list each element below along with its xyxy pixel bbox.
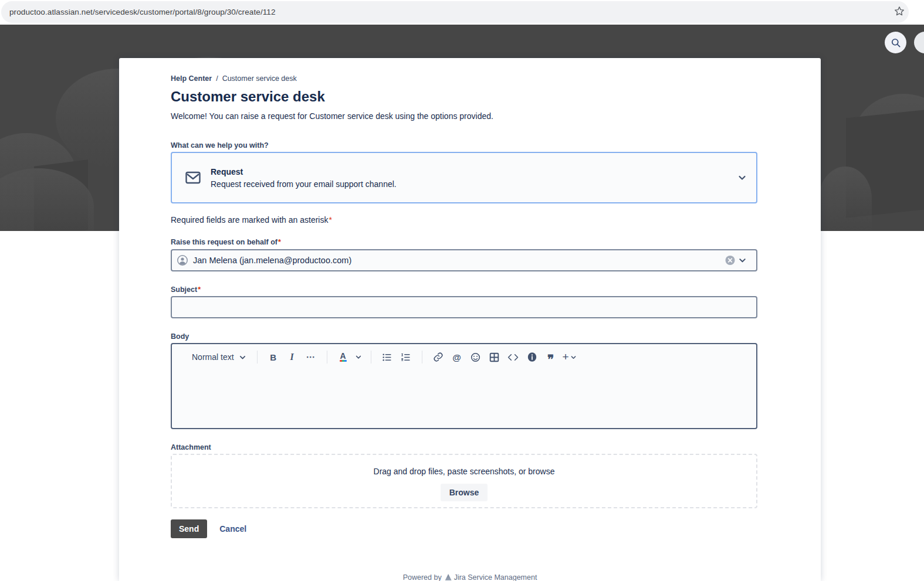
form-actions: Send Cancel (171, 519, 246, 538)
subject-label-text: Subject (171, 286, 197, 294)
bookmark-star-icon[interactable] (893, 5, 905, 17)
request-type-text: Request Request received from your email… (211, 167, 397, 189)
send-button[interactable]: Send (171, 519, 207, 538)
insert-button[interactable]: + (562, 349, 577, 365)
on-behalf-label-text: Raise this request on behalf of (171, 238, 277, 246)
chevron-down-icon (738, 256, 747, 265)
toolbar-divider (422, 351, 422, 363)
chevron-down-icon (239, 354, 246, 361)
browser-chrome: productoo.atlassian.net/servicedesk/cust… (0, 0, 924, 24)
required-note-text: Required fields are marked with an aster… (171, 215, 328, 225)
text-color-chevron[interactable] (354, 349, 363, 365)
text-style-value: Normal text (192, 352, 234, 362)
table-icon (489, 352, 499, 362)
required-asterisk: * (329, 215, 331, 225)
breadcrumb-help-center[interactable]: Help Center (171, 74, 212, 83)
search-icon (890, 37, 902, 49)
table-button[interactable] (487, 349, 502, 365)
code-icon (507, 352, 519, 362)
numbered-list-button[interactable] (398, 349, 414, 365)
chevron-down-icon (570, 354, 577, 361)
link-icon (433, 352, 444, 362)
dropzone-hint: Drag and drop files, paste screenshots, … (172, 467, 756, 476)
toolbar-divider (257, 351, 258, 363)
cancel-button[interactable]: Cancel (219, 524, 246, 534)
person-icon (177, 255, 188, 266)
link-button[interactable] (431, 349, 446, 365)
toolbar-divider (327, 351, 327, 363)
mention-button[interactable]: @ (449, 349, 465, 365)
browse-button[interactable]: Browse (441, 484, 488, 501)
email-icon (185, 171, 201, 185)
numbered-list-icon (401, 352, 411, 362)
request-type-select[interactable]: Request Request received from your email… (171, 152, 757, 203)
bold-button[interactable]: B (266, 349, 281, 365)
body-textarea[interactable] (172, 370, 756, 429)
breadcrumb-current[interactable]: Customer service desk (222, 74, 297, 83)
on-behalf-value: Jan Melena (jan.melena@productoo.com) (193, 256, 351, 265)
body-label: Body (171, 332, 189, 341)
search-button[interactable] (885, 32, 906, 53)
bullet-list-button[interactable] (380, 349, 395, 365)
request-type-label: What can we help you with? (171, 141, 269, 150)
powered-by-product: Jira Service Management (454, 573, 537, 581)
subject-label: Subject* (171, 286, 201, 294)
jira-logo-icon (445, 574, 452, 580)
emoji-icon (471, 352, 480, 362)
powered-by-link[interactable]: Powered byJira Service Management (119, 573, 821, 581)
attachment-label: Attachment (171, 443, 211, 451)
emoji-button[interactable] (468, 349, 483, 365)
code-button[interactable] (506, 349, 521, 365)
quote-button[interactable]: ❞ (543, 349, 559, 365)
address-bar[interactable]: productoo.atlassian.net/servicedesk/cust… (1, 1, 909, 23)
more-formatting-button[interactable]: ⋯ (303, 349, 319, 365)
portal-card: Help Center/Customer service desk Custom… (119, 58, 821, 581)
chevron-down-icon (737, 173, 747, 182)
avatar[interactable] (914, 32, 924, 53)
subject-asterisk: * (198, 286, 201, 294)
on-behalf-select[interactable]: Jan Melena (jan.melena@productoo.com) (171, 249, 757, 271)
chevron-down-icon (355, 354, 362, 361)
color-bar (340, 360, 347, 362)
text-style-dropdown[interactable]: Normal text (189, 349, 249, 365)
text-color-glyph: A (340, 352, 346, 360)
italic-button[interactable]: I (285, 349, 300, 365)
breadcrumb: Help Center/Customer service desk (171, 74, 297, 83)
subject-input[interactable] (171, 296, 757, 318)
on-behalf-asterisk: * (278, 238, 281, 246)
info-button[interactable] (524, 349, 540, 365)
request-type-name: Request (211, 167, 397, 176)
bullet-list-icon (382, 352, 392, 362)
breadcrumb-separator: / (216, 74, 218, 83)
required-note: Required fields are marked with an aster… (171, 215, 332, 225)
request-type-description: Request received from your email support… (211, 179, 397, 189)
editor-toolbar: Normal text B I ⋯ A (172, 344, 756, 370)
page-intro: Welcome! You can raise a request for Cus… (171, 111, 493, 121)
clear-icon[interactable] (725, 256, 735, 266)
decor-hill (819, 167, 872, 231)
toolbar-divider (371, 351, 371, 363)
url-text: productoo.atlassian.net/servicedesk/cust… (9, 8, 276, 16)
attachment-dropzone[interactable]: Drag and drop files, paste screenshots, … (171, 454, 757, 508)
page-title: Customer service desk (171, 89, 325, 105)
body-editor: Normal text B I ⋯ A (171, 343, 757, 429)
info-icon (527, 352, 537, 362)
on-behalf-label: Raise this request on behalf of* (171, 238, 281, 246)
powered-by-text: Powered by (403, 573, 442, 581)
insert-glyph: + (563, 351, 569, 363)
text-color-button[interactable]: A (336, 349, 351, 365)
